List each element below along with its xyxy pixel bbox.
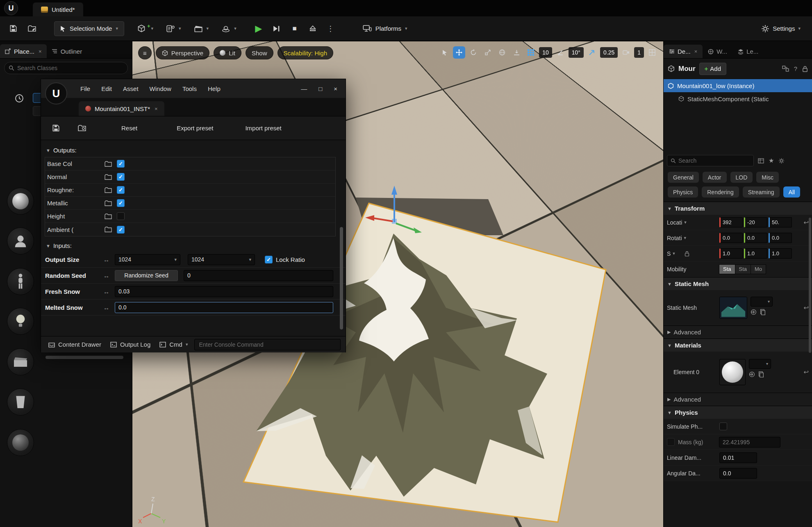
blueprints-icon[interactable] <box>163 21 178 36</box>
world-space-icon[interactable] <box>496 46 508 59</box>
more-options-icon[interactable]: ⋮ <box>323 21 338 36</box>
details-settings-icon[interactable] <box>778 158 785 164</box>
console-command-input[interactable] <box>194 339 341 350</box>
filter-lod[interactable]: LOD <box>730 172 753 183</box>
browse-to-asset-icon[interactable] <box>760 309 766 315</box>
tab-details[interactable]: De... × <box>664 45 703 58</box>
size-height-dropdown[interactable]: 1024▾ <box>188 254 255 265</box>
angular-damping-field[interactable]: 0.0 <box>719 468 757 479</box>
material-thumbnail[interactable] <box>719 359 746 385</box>
tab-place-actors[interactable]: Place... × <box>0 44 47 58</box>
reset-arrows-icon[interactable]: ↔ <box>103 304 115 311</box>
mobility-movable[interactable]: Mo <box>751 264 766 274</box>
browse-folder-icon[interactable] <box>105 187 112 193</box>
menu-asset[interactable]: Asset <box>123 85 139 92</box>
tree-row-component[interactable]: StaticMeshComponent (Static <box>664 92 812 105</box>
browse-folder-icon[interactable] <box>105 227 112 232</box>
tab-outliner[interactable]: Outliner <box>47 44 87 58</box>
location-y-field[interactable]: -20 <box>744 217 767 227</box>
material-instance-window[interactable]: U File Edit Asset Window Tools Help — □ … <box>41 79 346 352</box>
use-selected-icon[interactable] <box>749 371 755 377</box>
tab-world-settings[interactable]: W... <box>703 45 732 58</box>
camera-speed-icon[interactable] <box>620 46 632 59</box>
minimize-button[interactable]: — <box>301 85 307 92</box>
scale-snap-value[interactable]: 0.25 <box>600 47 618 58</box>
inputs-header[interactable]: ▼ Inputs: <box>41 240 346 252</box>
browse-button[interactable] <box>75 121 89 136</box>
chevron-down-icon[interactable]: ▾ <box>207 26 209 31</box>
add-component-button[interactable]: + Add <box>699 63 726 75</box>
output-checkbox[interactable] <box>117 186 125 194</box>
level-tab[interactable]: Untitled* <box>33 2 83 16</box>
lit-mode-dropdown[interactable]: Lit <box>214 46 241 59</box>
material-dropdown[interactable]: ▾ <box>749 359 771 369</box>
save-button[interactable] <box>6 21 20 36</box>
grid-snap-value[interactable]: 10 <box>539 47 552 58</box>
move-tool-icon[interactable] <box>453 46 465 59</box>
details-scrollbar[interactable] <box>809 218 811 353</box>
scale-x-field[interactable]: 1.0 <box>719 248 743 259</box>
reset-icon[interactable]: ↩ <box>803 219 809 226</box>
search-classes-input[interactable] <box>17 65 123 71</box>
details-search-box[interactable] <box>667 155 754 166</box>
menu-window[interactable]: Window <box>150 85 171 92</box>
display-options-icon[interactable] <box>758 158 764 164</box>
menu-edit[interactable]: Edit <box>101 85 112 92</box>
category-props-button[interactable] <box>7 388 34 416</box>
location-label[interactable]: Locati▾ <box>667 219 719 226</box>
fresh-snow-field[interactable] <box>115 286 333 297</box>
filter-misc[interactable]: Misc <box>756 172 779 183</box>
eject-button[interactable] <box>305 21 320 36</box>
viewport-layout-icon[interactable] <box>646 46 658 59</box>
horizontal-scrollbar[interactable] <box>45 356 123 359</box>
outputs-header[interactable]: ▼ Outputs: <box>41 144 346 156</box>
search-classes-box[interactable] <box>4 62 128 74</box>
window-title-bar[interactable]: U File Edit Asset Window Tools Help — □ … <box>41 79 346 98</box>
close-icon[interactable]: × <box>39 48 42 55</box>
mass-override-checkbox[interactable] <box>667 438 675 446</box>
browse-folder-icon[interactable] <box>105 200 112 206</box>
lock-icon[interactable] <box>802 66 808 72</box>
reset-arrows-icon[interactable]: ↔ <box>103 288 115 295</box>
browse-content-button[interactable] <box>25 21 39 36</box>
export-preset-button[interactable]: Export preset <box>173 121 217 135</box>
output-checkbox[interactable] <box>117 226 125 234</box>
browse-folder-icon[interactable] <box>105 214 112 219</box>
lock-ratio-checkbox[interactable] <box>265 256 273 264</box>
category-materials-button[interactable] <box>7 429 34 456</box>
convert-blueprint-icon[interactable] <box>782 66 789 72</box>
seed-value-field[interactable] <box>184 270 333 281</box>
location-z-field[interactable]: 50. <box>769 217 792 227</box>
section-transform[interactable]: ▼ Transform <box>664 202 812 215</box>
melted-snow-field[interactable] <box>115 302 333 313</box>
recently-placed-icon[interactable] <box>15 94 24 103</box>
scale-z-field[interactable]: 1.0 <box>769 248 792 259</box>
rotation-y-field[interactable]: 0.0 <box>744 233 767 243</box>
randomize-seed-button[interactable]: Randomize Seed <box>115 270 178 281</box>
static-mesh-advanced[interactable]: ▶ Advanced <box>664 325 812 338</box>
reset-arrows-icon[interactable]: ↔ <box>103 272 115 279</box>
scale-lock-icon[interactable] <box>685 251 689 257</box>
mobility-static[interactable]: Sta <box>719 264 735 274</box>
section-physics[interactable]: ▼ Physics <box>664 406 812 419</box>
grid-snap-icon[interactable] <box>525 46 537 59</box>
help-icon[interactable]: ? <box>794 65 797 72</box>
section-materials[interactable]: ▼ Materials <box>664 338 812 352</box>
close-button[interactable]: × <box>334 85 337 92</box>
category-lights-button[interactable] <box>7 308 34 335</box>
close-icon[interactable]: × <box>694 48 698 55</box>
maximize-button[interactable]: □ <box>318 85 322 92</box>
section-static-mesh[interactable]: ▼ Static Mesh <box>664 277 812 290</box>
scale-tool-icon[interactable] <box>482 46 494 59</box>
environment-icon[interactable] <box>218 21 233 36</box>
rotate-tool-icon[interactable] <box>467 46 480 59</box>
scalability-badge[interactable]: Scalability: High <box>277 46 334 59</box>
menu-file[interactable]: File <box>80 85 90 92</box>
reset-button[interactable]: Reset <box>117 121 141 135</box>
output-log-button[interactable]: Output Log <box>108 341 153 348</box>
tree-row-actor[interactable]: Mountain001_low (Instance) <box>664 79 812 92</box>
category-shapes-button[interactable] <box>7 188 34 215</box>
chevron-down-icon[interactable]: ▾ <box>234 26 237 31</box>
menu-help[interactable]: Help <box>208 85 221 92</box>
filter-rendering[interactable]: Rendering <box>702 186 739 198</box>
